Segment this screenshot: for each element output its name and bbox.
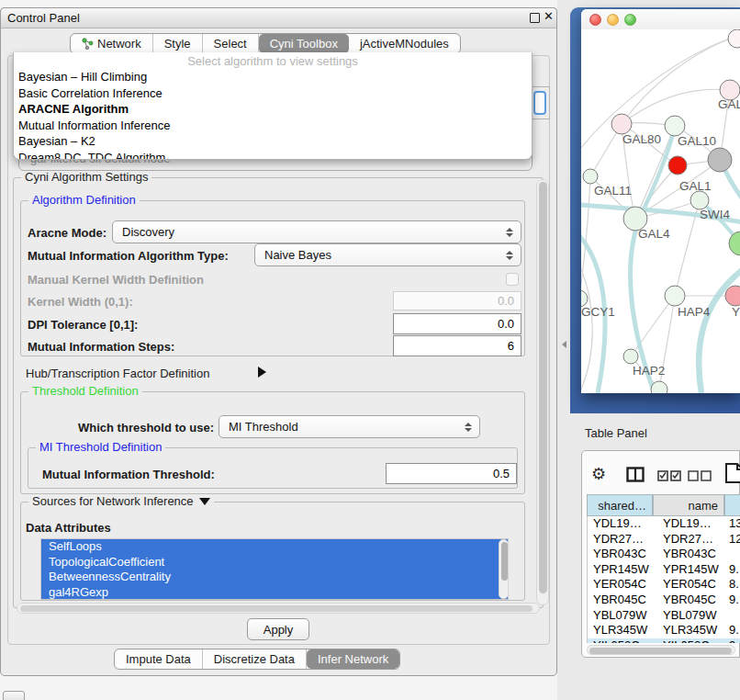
algorithm-option[interactable]: Dream8 DC_TDC Algorithm <box>14 150 532 161</box>
column-header-A[interactable]: A <box>724 494 740 516</box>
mi-threshold-input[interactable]: 0.5 <box>386 463 517 484</box>
table-row[interactable]: YBL079WYBL079W <box>588 608 740 624</box>
algorithm-option[interactable]: Bayesian – K2 <box>14 133 532 150</box>
table-body[interactable]: YDL19…YDL19…13YDR27…YDR27…12YBR043CYBR04… <box>587 516 740 643</box>
tab-style[interactable]: Style <box>153 34 203 53</box>
network-node-label: GAL11 <box>594 184 632 198</box>
combo-stepper-icon <box>506 228 513 237</box>
network-node-label: GCY1 <box>581 305 615 319</box>
table-row[interactable]: YDR27…YDR27…12 <box>588 532 740 548</box>
network-node-gal1[interactable] <box>668 156 687 175</box>
split-columns-icon[interactable] <box>626 467 645 482</box>
tab-infer-network[interactable]: Infer Network <box>307 649 399 669</box>
table-row[interactable]: YER054CYER054C8. <box>588 577 740 593</box>
algorithm-dropdown-popup: Select algorithm to view settings Bayesi… <box>13 52 533 160</box>
algorithm-option[interactable]: Basic Correlation Inference <box>14 85 532 102</box>
tab-network[interactable]: Network <box>71 34 153 53</box>
attribute-list-item[interactable]: BetweennessCentrality <box>41 570 508 585</box>
minimize-traffic-light[interactable] <box>607 14 619 26</box>
hub-expand-arrow-icon[interactable] <box>258 367 266 378</box>
float-window-icon[interactable] <box>530 13 540 23</box>
network-node[interactable] <box>729 231 740 255</box>
sources-collapse-arrow-icon[interactable] <box>199 498 210 505</box>
data-attributes-list[interactable]: SelfLoopsTopologicalCoefficientBetweenne… <box>40 538 509 600</box>
manual-kernel-width-checkbox[interactable] <box>506 273 519 286</box>
algorithm-option[interactable]: ARACNE Algorithm <box>14 101 532 118</box>
select-all-checkboxes-icon[interactable] <box>657 469 682 481</box>
network-node-gal80[interactable] <box>611 114 632 134</box>
attribute-list-item[interactable]: gal4RGexp <box>41 585 508 600</box>
close-panel-icon[interactable]: ✕ <box>544 9 554 23</box>
apply-button[interactable]: Apply <box>247 618 309 640</box>
cyni-mode-tabs: Impute DataDiscretize DataInfer Network <box>114 649 400 670</box>
column-header-shared…[interactable]: shared… <box>587 494 653 516</box>
tab-jactivemnodules[interactable]: jActiveMNodules <box>349 34 460 53</box>
network-node-label: GAL80 <box>622 132 661 146</box>
network-node-label: HAP4 <box>678 305 711 319</box>
attribute-list-item[interactable]: TopologicalCoefficient <box>41 555 508 570</box>
table-row[interactable]: YBR043CYBR043C <box>588 547 740 562</box>
network-node-gal10[interactable] <box>665 116 685 136</box>
attributes-vertical-scrollbar[interactable] <box>499 539 509 599</box>
dpi-tolerance-input[interactable]: 0.0 <box>393 313 521 334</box>
new-table-document-icon[interactable] <box>724 462 740 484</box>
close-traffic-light[interactable] <box>589 14 601 26</box>
table-cell: YBL079W <box>588 608 654 623</box>
settings-vertical-scrollbar[interactable] <box>536 179 549 605</box>
network-node-swi4[interactable] <box>690 191 709 209</box>
algorithm-option[interactable]: Mutual Information Inference <box>14 118 532 134</box>
attribute-list-item[interactable]: SelfLoops <box>41 539 508 555</box>
mi-algorithm-type-select[interactable]: Naive Bayes <box>254 243 521 266</box>
table-horizontal-scrollbar[interactable] <box>587 645 735 655</box>
network-node[interactable] <box>651 381 667 393</box>
aracne-mode-label: Aracne Mode: <box>28 226 107 240</box>
minimized-panel-button[interactable] <box>3 691 25 700</box>
table-row[interactable]: YIL052CYIL052C9. <box>588 638 740 643</box>
table-row[interactable]: YBR045CYBR045C9. <box>588 593 740 608</box>
algorithm-option[interactable]: Bayesian – Hill Climbing <box>14 69 532 85</box>
settings-horizontal-scrollbar[interactable] <box>17 603 540 614</box>
tab-discretize-data[interactable]: Discretize Data <box>203 649 307 669</box>
network-canvas[interactable]: GAL7GAL80GAL10GAL1GAL11SWI4GAL4GCY1HAP4Y… <box>581 29 740 393</box>
hub-definition-toggle[interactable]: Hub/Transcription Factor Definition <box>26 367 209 380</box>
network-node-y[interactable] <box>725 286 740 306</box>
table-row[interactable]: YDL19…YDL19…13 <box>588 516 740 532</box>
network-node-hap4[interactable] <box>665 286 685 306</box>
kernel-width-label: Kernel Width (0,1): <box>28 295 133 309</box>
table-settings-gear-icon[interactable]: ⚙ <box>591 464 606 484</box>
splitpane-handle-icon[interactable] <box>562 341 566 348</box>
table-cell: YDL19… <box>654 516 725 531</box>
table-cell: YLR345W <box>588 623 654 638</box>
zoom-traffic-light[interactable] <box>624 14 636 26</box>
aracne-mode-select[interactable]: Discovery <box>112 220 521 243</box>
network-node[interactable] <box>728 29 740 48</box>
sources-group-title[interactable]: Sources for Network Inference <box>28 494 214 508</box>
threshold-definition-title: Threshold Definition <box>28 384 142 398</box>
table-row[interactable]: YLR345WYLR345W9. <box>588 623 740 638</box>
table-cell: YBR045C <box>588 593 654 607</box>
combo-stepper-icon <box>506 251 513 260</box>
control-panel-titlebar[interactable] <box>0 7 557 28</box>
network-node-hap2[interactable] <box>623 349 638 364</box>
mi-steps-input[interactable]: 6 <box>393 335 521 356</box>
table-cell: YER054C <box>654 577 725 592</box>
algorithm-definition-title: Algorithm Definition <box>28 193 140 207</box>
which-threshold-select[interactable]: MI Threshold <box>219 415 480 438</box>
table-cell: YDL19… <box>588 516 654 531</box>
network-node-label: GAL10 <box>678 134 716 148</box>
table-cell: 9. <box>725 638 740 643</box>
mi-algorithm-type-label: Mutual Information Algorithm Type: <box>28 249 229 263</box>
network-node-label: HAP2 <box>633 364 665 378</box>
table-row[interactable]: YPR145WYPR145W9. <box>588 562 740 578</box>
network-node-gal11[interactable] <box>583 169 598 184</box>
deselect-all-checkboxes-icon[interactable] <box>688 469 712 481</box>
table-cell: 9. <box>725 562 740 577</box>
tab-impute-data[interactable]: Impute Data <box>115 649 203 669</box>
tab-cyni-toolbox[interactable]: Cyni Toolbox <box>259 34 349 53</box>
screen: GAL7GAL80GAL10GAL1GAL11SWI4GAL4GCY1HAP4Y… <box>0 0 740 700</box>
column-header-name[interactable]: name <box>653 494 724 516</box>
network-node[interactable] <box>708 148 732 172</box>
tab-select[interactable]: Select <box>203 34 259 53</box>
network-window-titlebar[interactable] <box>581 9 740 29</box>
kernel-width-input[interactable]: 0.0 <box>393 291 521 310</box>
